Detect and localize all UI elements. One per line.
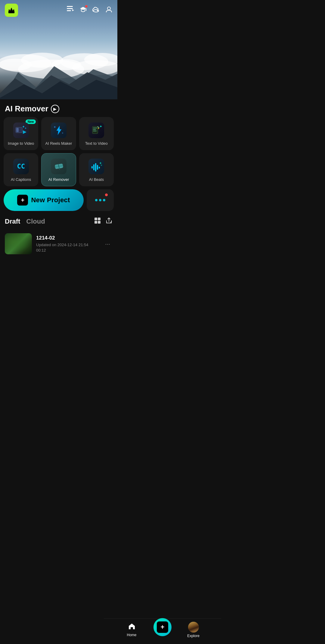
draft-info: 1214-02 Updated on 2024-12-14 21:54 00:1… (36, 235, 98, 252)
tool-label-text-to-video: Text to Video (85, 141, 108, 146)
draft-updated: Updated on 2024-12-14 21:54 (36, 242, 98, 248)
svg-rect-36 (97, 165, 98, 170)
svg-rect-28 (93, 129, 96, 130)
arrow-icon: ▶ (53, 107, 57, 111)
tool-ai-remover[interactable]: AI Remover (41, 153, 76, 186)
svg-rect-27 (93, 128, 97, 128)
new-project-button[interactable]: + New Project (4, 189, 84, 211)
svg-point-20 (107, 7, 110, 10)
text-video-icon (88, 122, 104, 138)
main-content: AI Remover ▶ New Image to Video (0, 99, 117, 285)
tool-text-to-video[interactable]: Text to Video (79, 117, 114, 150)
image-to-video-icon (13, 122, 29, 138)
export-button[interactable] (105, 217, 113, 226)
svg-rect-13 (67, 6, 73, 7)
navbar (0, 0, 117, 20)
svg-rect-37 (99, 167, 100, 169)
svg-rect-33 (91, 166, 93, 169)
svg-rect-22 (16, 128, 19, 132)
svg-rect-39 (94, 218, 97, 220)
svg-rect-12 (8, 12, 14, 13)
svg-point-38 (101, 165, 102, 166)
nav-icons (67, 6, 113, 14)
dot-3 (103, 199, 105, 201)
draft-name: 1214-02 (36, 235, 98, 241)
svg-marker-16 (72, 9, 74, 11)
tool-label-remover: AI Remover (48, 177, 69, 182)
crown-icon (8, 6, 15, 14)
more-dots (95, 199, 105, 201)
section-arrow-button[interactable]: ▶ (51, 105, 59, 113)
draft-thumb-image (5, 233, 32, 254)
remover-icon (51, 159, 67, 174)
captions-icon: CC (13, 159, 29, 174)
mountains-svg (0, 54, 117, 102)
plus-icon: + (17, 195, 28, 206)
draft-more-button[interactable]: ··· (103, 238, 113, 250)
section-title: AI Remover (5, 104, 48, 113)
tool-image-to-video[interactable]: New Image to Video (4, 117, 38, 150)
svg-rect-35 (95, 163, 96, 172)
dot-1 (95, 199, 98, 201)
tool-label-captions: AI Captions (11, 177, 31, 182)
svg-rect-29 (93, 131, 97, 132)
svg-rect-15 (67, 10, 71, 11)
tool-ai-reels-maker[interactable]: AI Reels Maker (41, 117, 76, 150)
graduation-icon[interactable] (79, 6, 87, 14)
dot-2 (99, 199, 101, 201)
notification-badge (85, 5, 88, 8)
tool-label-image-to-video: Image to Video (8, 141, 34, 146)
brand-logo[interactable] (5, 4, 18, 17)
svg-rect-34 (93, 164, 94, 170)
hero-background (0, 0, 117, 102)
cloud-icon[interactable] (92, 6, 100, 14)
reels-icon (51, 122, 67, 138)
notification-dot (105, 194, 108, 196)
playlist-icon[interactable] (67, 6, 74, 14)
svg-rect-40 (98, 218, 101, 220)
svg-point-24 (54, 126, 55, 128)
svg-marker-23 (23, 130, 26, 134)
svg-rect-26 (92, 126, 98, 134)
tool-ai-captions[interactable]: CC AI Captions (4, 153, 38, 186)
section-header: AI Remover ▶ (0, 99, 117, 117)
tab-draft[interactable]: Draft (5, 218, 20, 225)
draft-item[interactable]: 1214-02 Updated on 2024-12-14 21:54 00:1… (0, 230, 117, 258)
more-options-card[interactable] (87, 189, 114, 211)
action-row: + New Project (0, 186, 117, 211)
tab-cloud[interactable]: Cloud (26, 218, 45, 225)
svg-rect-41 (94, 221, 97, 224)
tool-label-reels-maker: AI Reels Maker (45, 141, 72, 146)
draft-thumbnail (5, 233, 32, 254)
tool-ai-beats[interactable]: AI Beats (79, 153, 114, 186)
draft-duration: 00:12 (36, 248, 98, 252)
tabs-actions (94, 217, 113, 226)
tools-grid: New Image to Video (0, 117, 117, 186)
tool-label-beats: AI Beats (89, 177, 104, 182)
tabs-row: Draft Cloud (0, 211, 117, 230)
svg-rect-14 (67, 8, 73, 9)
svg-point-25 (62, 132, 63, 134)
profile-icon[interactable] (105, 6, 113, 14)
new-project-label: New Project (31, 196, 70, 204)
svg-rect-42 (98, 221, 101, 224)
grid-view-button[interactable] (94, 217, 101, 226)
beats-icon (88, 159, 104, 174)
